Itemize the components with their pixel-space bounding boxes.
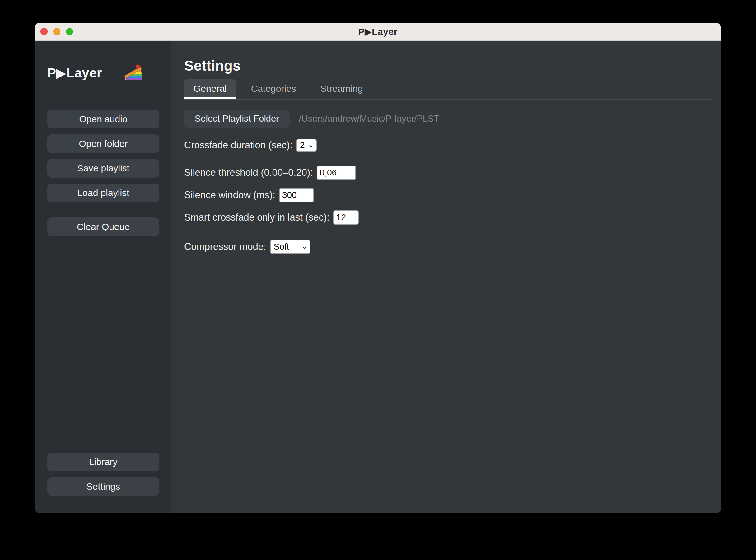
open-folder-button[interactable]: Open folder [47, 134, 159, 153]
silence-threshold-label: Silence threshold (0.00–0.20): [184, 167, 313, 178]
crossfade-duration-label: Crossfade duration (sec): [184, 140, 293, 151]
settings-button[interactable]: Settings [47, 477, 159, 496]
app-window: P▶Layer P▶Layer [35, 23, 721, 513]
playlist-folder-row: Select Playlist Folder /Users/andrew/Mus… [184, 110, 712, 127]
tab-categories[interactable]: Categories [242, 79, 305, 99]
compressor-mode-select[interactable]: Soft [270, 240, 311, 254]
page-title: Settings [184, 57, 712, 74]
tab-streaming[interactable]: Streaming [311, 79, 372, 99]
minimize-icon[interactable] [53, 28, 60, 35]
open-audio-button[interactable]: Open audio [47, 110, 159, 128]
silence-window-input[interactable] [279, 188, 314, 202]
select-playlist-folder-button[interactable]: Select Playlist Folder [184, 110, 290, 127]
playlist-folder-path: /Users/andrew/Music/P-layer/PLST [299, 114, 439, 124]
tab-general[interactable]: General [184, 79, 236, 99]
library-button[interactable]: Library [47, 453, 159, 471]
window-title: P▶Layer [358, 26, 398, 37]
crossfade-duration-select[interactable]: 2 [296, 139, 317, 152]
clear-queue-button[interactable]: Clear Queue [47, 218, 159, 236]
sidebar: P▶Layer [35, 41, 171, 513]
traffic-lights [40, 23, 73, 40]
app-body: P▶Layer [35, 41, 721, 513]
load-playlist-button[interactable]: Load playlist [47, 183, 159, 202]
smart-crossfade-input[interactable] [333, 210, 359, 225]
close-icon[interactable] [40, 28, 47, 35]
crossfade-duration-row: Crossfade duration (sec): 2 ⌄ [184, 139, 712, 152]
titlebar: P▶Layer [35, 23, 721, 41]
crossfade-duration-select-wrap: 2 ⌄ [296, 139, 317, 152]
smart-crossfade-row: Smart crossfade only in last (sec): [184, 210, 712, 225]
compressor-mode-row: Compressor mode: Soft ⌄ [184, 240, 712, 254]
compressor-mode-label: Compressor mode: [184, 241, 266, 252]
zoom-icon[interactable] [66, 28, 73, 35]
silence-threshold-row: Silence threshold (0.00–0.20): [184, 165, 712, 180]
save-playlist-button[interactable]: Save playlist [47, 159, 159, 178]
silence-threshold-input[interactable] [317, 165, 356, 180]
compressor-mode-select-wrap: Soft ⌄ [270, 240, 311, 254]
app-logo: P▶Layer [47, 63, 159, 82]
app-logo-text: P▶Layer [47, 65, 102, 81]
silence-window-row: Silence window (ms): [184, 188, 712, 202]
cake-icon [124, 63, 143, 82]
sidebar-spacer [47, 236, 159, 447]
settings-tabs: General Categories Streaming [184, 79, 712, 100]
silence-window-label: Silence window (ms): [184, 189, 275, 201]
settings-panel: Settings General Categories Streaming Se… [171, 41, 721, 513]
smart-crossfade-label: Smart crossfade only in last (sec): [184, 212, 330, 223]
